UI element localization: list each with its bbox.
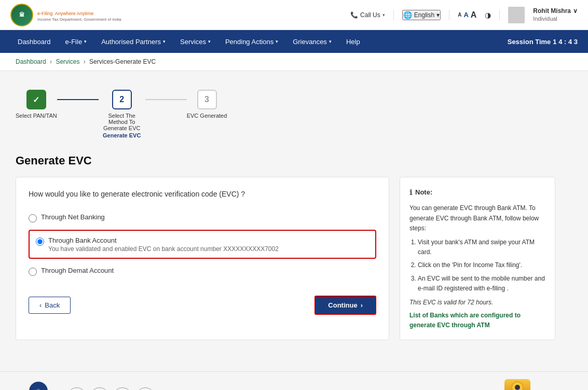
- step-connector-1: [57, 99, 99, 100]
- note-valid: This EVC is valid for 72 hours.: [409, 298, 545, 308]
- info-icon: ℹ: [409, 187, 412, 198]
- page-title: Generate EVC: [16, 154, 555, 168]
- font-medium-button[interactable]: A: [463, 11, 468, 19]
- language-button[interactable]: 🌐 English ▾: [402, 10, 441, 20]
- avatar: [508, 7, 525, 23]
- user-chevron: ∨: [573, 7, 578, 16]
- option-bank-account-wrapper: Through Bank Account You have validated …: [29, 230, 376, 259]
- nav-services[interactable]: Services ▾: [173, 30, 218, 53]
- divider3: [499, 10, 500, 20]
- nav-help[interactable]: Help: [339, 30, 367, 53]
- efile-chevron: ▾: [84, 39, 87, 44]
- content-row: How would you like to generate electroni…: [16, 177, 555, 340]
- header-right: 📞 Call Us ▾ 🌐 English ▾ A A A ◑ Rohit Mi…: [350, 7, 578, 23]
- step-2-label: Select The Method To Generate EVC: [99, 113, 145, 131]
- font-large-button[interactable]: A: [471, 10, 477, 20]
- contrast-button[interactable]: ◑: [485, 11, 491, 19]
- badge-stqc: STQC: [113, 387, 132, 390]
- step-3-label: EVC Generated: [187, 113, 227, 119]
- atm-banks-link[interactable]: List of Banks which are configured to ge…: [409, 312, 521, 329]
- step-1-circle: ✓: [26, 90, 46, 109]
- bank-account-sublabel: You have validated and enabled EVC on ba…: [48, 245, 279, 253]
- radio-bank-account[interactable]: [36, 238, 44, 246]
- footer-right: Chatbot: [504, 379, 572, 390]
- globe-icon: 🌐: [403, 11, 412, 19]
- breadcrumb-services[interactable]: Services: [56, 58, 79, 65]
- badge-iso: ISOCert: [90, 387, 109, 390]
- govt-emblem: 🏛: [10, 4, 33, 26]
- nav-grievances[interactable]: Grievances ▾: [285, 30, 339, 53]
- back-button[interactable]: ‹ Back: [29, 297, 71, 314]
- note-step-3: An EVC will be sent to the mobile number…: [418, 274, 545, 294]
- user-name[interactable]: Rohit Mishra ∨: [533, 7, 578, 16]
- dept-name: Income Tax Department, Government of Ind…: [37, 17, 121, 22]
- bank-account-label: Through Bank Account: [48, 236, 117, 244]
- step-connector-2: [145, 99, 187, 100]
- step-3: 3 EVC Generated: [187, 90, 227, 119]
- footer: 🏛 india.gov.in national portal of india …: [0, 371, 588, 390]
- font-controls: A A A: [458, 10, 476, 20]
- net-banking-label: Through Net Banking: [41, 213, 105, 222]
- divider2: [449, 10, 449, 20]
- note-steps: Visit your bank's ATM and swipe your ATM…: [409, 238, 545, 294]
- phone-icon: 📞: [350, 11, 358, 19]
- stepper: ✓ Select PAN/TAN 2 Select The Method To …: [16, 81, 555, 144]
- top-header: 🏛 e-Filing Anywhere Anytime Income Tax D…: [0, 0, 588, 30]
- option-bank-account[interactable]: Through Bank Account You have validated …: [36, 236, 369, 253]
- continue-icon: ›: [361, 301, 363, 309]
- demat-account-label: Through Demat Account: [41, 266, 114, 275]
- step-1-label: Select PAN/TAN: [16, 113, 57, 119]
- main-nav: Dashboard e-File ▾ Authorised Partners ▾…: [0, 30, 588, 53]
- breadcrumb-current: Services-Generate EVC: [89, 58, 156, 65]
- lang-chevron: ▾: [436, 11, 440, 19]
- note-title: ℹ Note:: [409, 187, 545, 198]
- user-info: Rohit Mishra ∨ Individual: [533, 7, 578, 23]
- nav-authorised-partners[interactable]: Authorised Partners ▾: [94, 30, 173, 53]
- evc-card: How would you like to generate electroni…: [16, 177, 389, 340]
- font-small-button[interactable]: A: [458, 12, 461, 18]
- footer-badges: eTrust ISOCert STQC GovSite: [67, 387, 155, 390]
- user-role: Individual: [533, 15, 578, 22]
- main-content: ✓ Select PAN/TAN 2 Select The Method To …: [0, 71, 571, 351]
- card-question: How would you like to generate electroni…: [29, 190, 376, 198]
- griev-chevron: ▾: [329, 39, 332, 44]
- breadcrumb-dashboard[interactable]: Dashboard: [16, 58, 46, 65]
- svc-chevron: ▾: [208, 39, 211, 44]
- radio-net-banking[interactable]: [29, 214, 37, 222]
- divider: [393, 10, 394, 20]
- step-1: ✓ Select PAN/TAN: [16, 90, 57, 119]
- step-3-circle: 3: [197, 90, 217, 109]
- nav-dashboard[interactable]: Dashboard: [10, 30, 58, 53]
- badge-gov: GovSite: [136, 387, 155, 390]
- efiling-brand: e-Filing Anywhere Anytime: [37, 8, 121, 17]
- note-intro: You can generate EVC through Bank ATM. T…: [409, 203, 545, 233]
- radio-demat-account[interactable]: [29, 268, 37, 276]
- logo-text: e-Filing Anywhere Anytime Income Tax Dep…: [37, 8, 121, 22]
- badge-etrust: eTrust: [67, 387, 86, 390]
- nav-efile[interactable]: e-File ▾: [58, 30, 94, 53]
- breadcrumb: Dashboard › Services › Services-Generate…: [0, 53, 588, 71]
- continue-button[interactable]: Continue ›: [314, 296, 376, 315]
- step-2-sublabel: Generate EVC: [103, 132, 141, 138]
- note-panel: ℹ Note: You can generate EVC through Ban…: [400, 177, 555, 340]
- pending-chevron: ▾: [276, 39, 278, 44]
- note-step-1: Visit your bank's ATM and swipe your ATM…: [418, 238, 545, 257]
- footer-gov-logo: 🏛 india.gov.in national portal of india: [16, 382, 61, 390]
- footer-left: 🏛 india.gov.in national portal of india …: [16, 382, 155, 390]
- step-2: 2 Select The Method To Generate EVC Gene…: [99, 90, 145, 138]
- step-2-circle: 2: [112, 90, 132, 109]
- call-chevron: ▾: [382, 12, 385, 18]
- note-step-2: Click on the 'Pin for Income Tax filing'…: [418, 260, 545, 270]
- auth-chevron: ▾: [163, 39, 166, 44]
- gov-emblem: 🏛: [29, 382, 48, 390]
- back-icon: ‹: [39, 301, 42, 309]
- logo-area: 🏛 e-Filing Anywhere Anytime Income Tax D…: [10, 4, 121, 26]
- option-net-banking[interactable]: Through Net Banking: [29, 207, 376, 228]
- action-row: ‹ Back Continue ›: [29, 296, 376, 315]
- call-us-button[interactable]: 📞 Call Us ▾: [350, 11, 385, 19]
- session-time: Session Time 1 4 : 4 3: [508, 38, 578, 46]
- nav-pending-actions[interactable]: Pending Actions ▾: [218, 30, 285, 53]
- option-demat-account[interactable]: Through Demat Account: [29, 261, 376, 281]
